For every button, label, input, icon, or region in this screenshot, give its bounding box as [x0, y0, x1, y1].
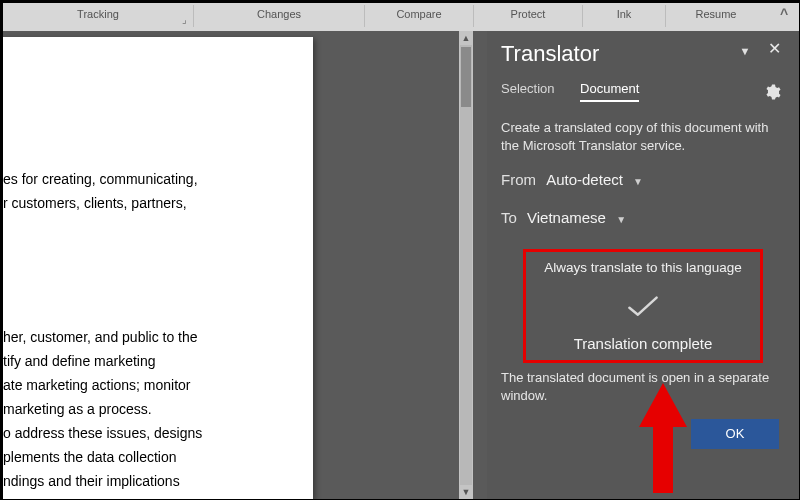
ribbon: Tracking ⌟ Changes Compare Protect Ink R…: [3, 3, 799, 31]
doc-text-line: ndings and their implications: [3, 469, 313, 493]
gear-icon[interactable]: [763, 83, 781, 101]
ribbon-group-label: Protect: [511, 8, 546, 20]
pane-gutter: [473, 31, 487, 499]
to-value: Vietnamese: [527, 209, 606, 226]
scroll-track[interactable]: [460, 45, 472, 485]
ribbon-group-changes[interactable]: Changes: [194, 3, 364, 30]
ribbon-group-compare[interactable]: Compare: [365, 3, 473, 30]
document-scrollbar[interactable]: ▲ ▼: [459, 31, 473, 499]
to-label: To: [501, 209, 517, 226]
ok-button[interactable]: OK: [691, 419, 779, 449]
translation-complete-label: Translation complete: [526, 335, 760, 352]
collapse-ribbon-button[interactable]: ^: [775, 7, 793, 25]
doc-text-line: tify and define marketing: [3, 349, 313, 373]
app-frame: Tracking ⌟ Changes Compare Protect Ink R…: [2, 2, 800, 500]
pane-description: Create a translated copy of this documen…: [501, 119, 785, 155]
ribbon-group-label: Resume: [696, 8, 737, 20]
doc-text-line: marketing as a process.: [3, 397, 313, 421]
translator-pane: Translator ▼ ✕ Selection Document Create…: [487, 31, 799, 499]
scroll-down-icon[interactable]: ▼: [459, 485, 473, 499]
tab-document[interactable]: Document: [580, 81, 639, 102]
ribbon-group-label: Changes: [257, 8, 301, 20]
doc-text-line: o address these issues, designs: [3, 421, 313, 445]
chevron-down-icon: ▼: [633, 176, 643, 187]
ribbon-group-ink[interactable]: Ink: [583, 3, 665, 30]
dialog-launcher-icon[interactable]: ⌟: [182, 9, 187, 31]
pane-note: The translated document is open in a sep…: [501, 369, 785, 405]
tab-selection[interactable]: Selection: [501, 81, 554, 100]
ribbon-group-label: Tracking: [77, 8, 119, 20]
from-language-selector[interactable]: From Auto-detect ▼: [501, 171, 643, 188]
chevron-down-icon: ▼: [616, 214, 626, 225]
scroll-up-icon[interactable]: ▲: [459, 31, 473, 45]
checkmark-icon: [626, 294, 660, 320]
doc-text-line: es for creating, communicating,: [3, 167, 313, 191]
ribbon-group-protect[interactable]: Protect: [474, 3, 582, 30]
annotation-highlight-box: Always translate to this language Transl…: [523, 249, 763, 363]
doc-text-line: her, customer, and public to the: [3, 325, 313, 349]
from-value: Auto-detect: [546, 171, 623, 188]
scroll-thumb[interactable]: [461, 47, 471, 107]
close-icon[interactable]: ✕: [765, 41, 783, 59]
ribbon-group-resume[interactable]: Resume: [666, 3, 766, 30]
document-page[interactable]: es for creating, communicating, r custom…: [3, 37, 313, 499]
doc-text-line: plements the data collection: [3, 445, 313, 469]
ribbon-group-label: Ink: [617, 8, 632, 20]
always-translate-label[interactable]: Always translate to this language: [526, 260, 760, 275]
pane-title: Translator: [501, 41, 599, 67]
to-language-selector[interactable]: To Vietnamese ▼: [501, 209, 626, 226]
from-label: From: [501, 171, 536, 188]
doc-text-line: r customers, clients, partners,: [3, 191, 313, 215]
ribbon-group-tracking[interactable]: Tracking ⌟: [3, 3, 193, 30]
pane-tabs: Selection Document: [501, 81, 661, 107]
ribbon-group-label: Compare: [396, 8, 441, 20]
doc-text-line: ate marketing actions; monitor: [3, 373, 313, 397]
pane-options-dropdown[interactable]: ▼: [737, 45, 753, 59]
